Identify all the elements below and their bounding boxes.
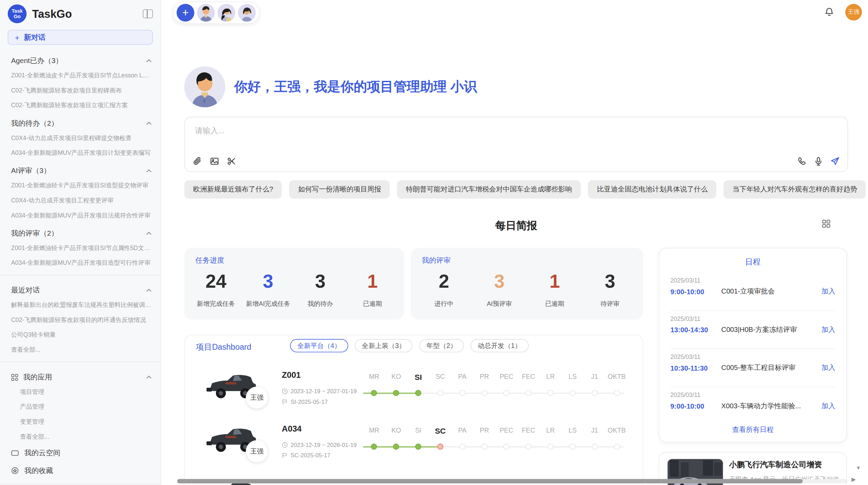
chevron-up-icon[interactable] (146, 289, 152, 292)
list-item[interactable]: C02-飞腾新能源轻客改款项目立项汇报方案 (0, 98, 160, 113)
clock-icon (282, 442, 288, 448)
sidebar-item-project-mgmt[interactable]: 项目管理 (0, 384, 160, 399)
join-link[interactable]: 加入 (821, 325, 835, 334)
new-chat-button[interactable]: + 新对话 (8, 30, 153, 45)
agent-avatar[interactable] (218, 4, 236, 22)
list-item[interactable]: A034-全新新能源MUV产品开发项目计划变更表编写 (0, 146, 160, 161)
suggestion-chip[interactable]: 欧洲新规最近颁布了什么? (184, 180, 282, 198)
agent-avatar[interactable] (197, 4, 215, 22)
add-agent-button[interactable]: + (177, 4, 194, 22)
chevron-up-icon[interactable] (146, 232, 152, 235)
join-link[interactable]: 加入 (821, 363, 835, 373)
microphone-icon[interactable] (814, 157, 823, 166)
scroll-right-arrow-icon[interactable]: ▶ (852, 476, 856, 482)
date-range: 2023-12-19 ~ 2027-01-19 (291, 388, 357, 394)
project-row[interactable]: 王强 Z001 2023-12-19 ~ 2027-01-19 SI-2025-… (185, 365, 642, 419)
app-title: TaskGo (32, 8, 143, 20)
suggestion-chip[interactable]: 特朗普可能对进口汽车增税会对中国车企造成哪些影响 (397, 180, 581, 198)
sidebar-item-favorites[interactable]: 我的收藏 (0, 462, 160, 480)
view-all-schedule-link[interactable]: 查看所有日程 (659, 425, 846, 435)
section-my-todo[interactable]: 我的待办（2） (0, 113, 160, 130)
section-agent-done[interactable]: Agent已办（3） (0, 50, 160, 68)
metric-label: 我的待办 (308, 300, 333, 308)
project-name: A034 (282, 424, 302, 433)
metric: 1已逾期 (527, 269, 582, 314)
filter-chip[interactable]: 动总开发（1） (471, 339, 529, 352)
view-all-recent[interactable]: 查看全部... (0, 343, 160, 358)
milestone-date: SC-2025-05-17 (291, 452, 330, 458)
horizontal-scrollbar-thumb[interactable] (177, 479, 803, 483)
task-progress-card: 任务进度 24新增完成任务 3新增AI完成任务 3我的待办 1已逾期 (184, 248, 404, 320)
project-owner-badge: 王强 (246, 387, 268, 409)
list-item[interactable]: A034-全新新能源MUV产品开发项目法规符合性评审 (0, 208, 160, 223)
milestone-label: FEC (518, 373, 540, 382)
layout-grid-icon[interactable] (822, 220, 830, 228)
metric-label: 已逾期 (363, 300, 382, 308)
metric: 3我的待办 (294, 269, 346, 314)
milestone-label: LS (562, 373, 583, 382)
section-ai-review[interactable]: AI评审（3） (0, 160, 160, 178)
suggestion-chip[interactable]: 如何写一份清晰的项目周报 (289, 180, 390, 198)
chat-input-box[interactable]: 请输入... (184, 117, 848, 172)
milestone-label: SI (407, 426, 429, 435)
chevron-up-icon[interactable] (146, 122, 152, 125)
schedule-item: 2025/03/11 13:00-14:30 C003|H0B-方案冻结评审 加… (671, 311, 835, 346)
milestone-label: J1 (583, 426, 605, 435)
join-link[interactable]: 加入 (821, 401, 835, 411)
chevron-up-icon[interactable] (146, 375, 152, 379)
section-recent-chats[interactable]: 最近对话 (0, 280, 160, 298)
list-item[interactable]: Z001-全新燃油轻卡产品开发项目SI节点属性5D文件评审 (0, 240, 160, 256)
list-item[interactable]: 公司Q3轻卡销量 (0, 327, 160, 343)
metric-label: 新增完成任务 (197, 300, 235, 308)
sidebar-collapse-icon[interactable] (143, 9, 153, 18)
list-item[interactable]: Z001-全新燃油皮卡产品开发项目SI节点Lesson Learn报告 (0, 68, 160, 83)
list-item[interactable]: Z001-全新燃油轻卡产品开发项目SI造型提交物评审 (0, 178, 160, 193)
section-title: 最近对话 (11, 285, 146, 295)
scissors-icon[interactable] (227, 157, 236, 166)
metric-label: 新增AI完成任务 (246, 300, 290, 308)
list-item[interactable]: C02-飞腾新能源轻客改款项目的闭环通告反馈情况 (0, 312, 160, 327)
project-row[interactable]: 王强 A034 2023-12-19 ~ 2026-01-19 SC-2025-… (185, 419, 642, 473)
metrics-row: 24新增完成任务 3新增AI完成任务 3我的待办 1已逾期 (190, 269, 399, 314)
sidebar-item-change-mgmt[interactable]: 变更管理 (0, 414, 160, 429)
sidebar-item-product-mgmt[interactable]: 产品管理 (0, 399, 160, 414)
milestone-label: PR (473, 426, 495, 435)
view-all-apps[interactable]: 查看全部... (0, 429, 160, 444)
notification-bell-icon[interactable] (825, 7, 834, 16)
new-chat-label: 新对话 (24, 32, 46, 42)
sidebar-item-cloud-space[interactable]: 我的云空间 (0, 444, 160, 462)
list-item[interactable]: C0X4-动力总成开发项目SI里程碑提交物检查 (0, 130, 160, 146)
metric-value: 1 (550, 269, 560, 293)
scroll-down-arrow-icon[interactable]: ▼ (856, 465, 861, 471)
list-item[interactable]: 解释最新出台的欧盟报废车法规再生塑料比例被调至15%... (0, 298, 160, 313)
agent-avatar[interactable] (238, 4, 256, 22)
section-my-apps[interactable]: 我的应用 (0, 367, 160, 385)
suggestion-chip[interactable]: 比亚迪全固态电池计划具体说了什么 (588, 180, 717, 198)
filter-chip[interactable]: 全新上装（3） (355, 339, 413, 352)
filter-chip[interactable]: 年型（2） (419, 339, 464, 352)
chevron-up-icon[interactable] (146, 169, 152, 173)
metric: 24新增完成任务 (190, 269, 242, 314)
flag-icon (282, 452, 288, 458)
attachment-icon[interactable] (193, 157, 202, 166)
section-my-review[interactable]: 我的评审（2） (0, 223, 160, 241)
filter-chip[interactable]: 全新平台（4） (290, 339, 348, 352)
main-content: + 王强 你好，王强，我是你的项目管理助理 小识 请输入... (161, 0, 868, 485)
schedule-title: 日程 (659, 257, 846, 267)
suggestion-chip[interactable]: 当下年轻人对汽车外观有怎样的喜好趋势 (724, 180, 866, 198)
app-root: Task Go TaskGo + 新对话 Agent已办（3） Z001-全新燃… (0, 0, 868, 485)
horizontal-scrollbar[interactable] (177, 479, 848, 483)
list-item[interactable]: A034-全新新能源MUV产品开发项目造型可行性评审 (0, 256, 160, 271)
input-toolbar-right (797, 157, 840, 166)
divider (0, 275, 160, 276)
join-link[interactable]: 加入 (821, 287, 835, 296)
user-avatar[interactable]: 王强 (845, 4, 862, 20)
metric-label: 进行中 (434, 300, 454, 308)
schedule-name: C005-整车工程目标评审 (721, 363, 817, 373)
list-item[interactable]: C0X4-动力总成开发项目工程变更评审 (0, 193, 160, 208)
chevron-up-icon[interactable] (146, 59, 152, 63)
list-item[interactable]: C02-飞腾新能源轻客改款项目里程碑画布 (0, 83, 160, 98)
image-icon[interactable] (210, 157, 219, 166)
phone-icon[interactable] (797, 157, 806, 166)
send-icon[interactable] (830, 157, 840, 166)
